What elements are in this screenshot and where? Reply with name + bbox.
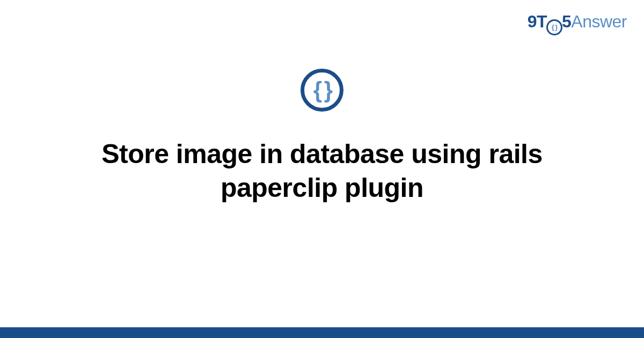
site-header: 9T{ }5Answer <box>528 12 627 35</box>
footer-accent-bar <box>0 327 644 338</box>
logo-o-ring: { } <box>546 19 562 35</box>
main-content: { } Store image in database using rails … <box>0 69 644 204</box>
question-title: Store image in database using rails pape… <box>54 137 590 204</box>
logo-text-5: 5 <box>562 12 571 31</box>
logo-text-9t: 9T <box>528 12 547 31</box>
logo-braces-icon: { } <box>552 24 558 31</box>
site-logo[interactable]: 9T{ }5Answer <box>528 12 627 35</box>
braces-icon: { } <box>313 79 331 101</box>
code-badge-icon: { } <box>301 69 343 112</box>
logo-text-answer: Answer <box>571 12 627 31</box>
